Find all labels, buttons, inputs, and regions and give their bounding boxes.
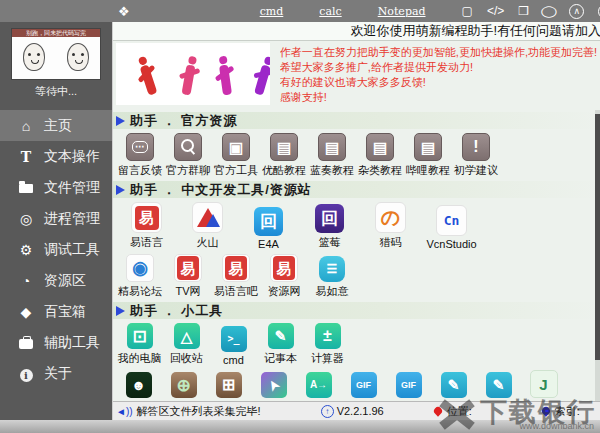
hexagon-icon: ◆: [16, 304, 36, 320]
process-icon: ◎: [16, 211, 36, 227]
tool-label: 官方工具: [214, 163, 258, 178]
update-icon[interactable]: ↑: [321, 405, 334, 418]
notice-line: 感谢支持!: [280, 90, 597, 105]
sidebar: 别跑，回来把代码写完 等待中... ⌂ 主页 T 文本操作 文件管理 ◎ 进程管: [0, 22, 112, 420]
tool-bilibili-tutorial[interactable]: 哔哩教程: [404, 133, 452, 178]
tool-feedback[interactable]: 留言反馈: [116, 133, 164, 178]
pencil-icon: [268, 323, 294, 349]
main-panel: 欢迎你使用萌新编程助手!有任何问题请加入 作者一直在努力把助手变的更加智能,更加…: [112, 22, 600, 420]
jingyi-icon: ◉: [126, 254, 154, 282]
tool-lanzou-tutorial[interactable]: 蓝奏教程: [308, 133, 356, 178]
app-window: ❖ cmd calc Notepad ▢ </> ❒ ◯ ∧ − × 别跑，回来…: [0, 0, 600, 433]
sidebar-item-debug-tools[interactable]: ⚙ 调试工具: [0, 234, 112, 265]
speaker-icon[interactable]: ◄)): [116, 406, 133, 417]
tool-yiyuyan[interactable]: 易 易语言: [116, 202, 177, 250]
tool-e4a[interactable]: 回 E4A: [238, 207, 299, 250]
tool-yiruyi[interactable]: ☰ 易如意: [308, 256, 356, 299]
tool-youku-tutorial[interactable]: 优酷教程: [260, 133, 308, 178]
tool-jingyi-forum[interactable]: ◉ 精易论坛: [116, 254, 164, 299]
tool-label: E4A: [258, 238, 279, 250]
sidebar-item-process-manage[interactable]: ◎ 进程管理: [0, 203, 112, 234]
message-icon[interactable]: ◯: [541, 6, 558, 17]
tool-vcnstudio[interactable]: Cn VcnStudio: [421, 205, 482, 250]
tool-lanmei[interactable]: 回 篮莓: [299, 204, 360, 250]
titlebar-link-notepad[interactable]: Notepad: [378, 5, 426, 18]
devtools-row-2: ◉ 精易论坛 易 TV网 易 易语言吧 易 资源网 ☰ 易如意: [113, 254, 600, 299]
tool-my-computer[interactable]: 我的电脑: [116, 323, 163, 366]
tool-liema[interactable]: の 猎码: [360, 202, 421, 250]
tool-beginner-advice[interactable]: 初学建议: [452, 133, 500, 178]
section-title: 助手 ． 中文开发工具/资源站: [130, 181, 312, 199]
sidebar-item-label: 资源区: [44, 272, 86, 290]
tool-cmd[interactable]: cmd: [210, 326, 257, 366]
cube-icon: [222, 133, 250, 161]
sidebar-item-treasure-box[interactable]: ◆ 百宝箱: [0, 296, 112, 327]
collapse-up-button[interactable]: ∧: [569, 4, 584, 19]
vcnstudio-icon: Cn: [436, 205, 467, 236]
avatar-caption: 别跑，回来把代码写完: [12, 29, 100, 37]
meme-faces-image: [12, 37, 100, 77]
gif-icon: [351, 372, 377, 398]
pen-icon: [441, 372, 467, 398]
sidebar-item-about[interactable]: i 关于: [0, 358, 112, 389]
tool-official-chat[interactable]: 官方群聊: [164, 133, 212, 178]
titlebar-link-calc[interactable]: calc: [319, 5, 341, 18]
briefcase-icon: [16, 335, 36, 351]
smalltools-row-1: 我的电脑 回收站 cmd 记事本 计算器: [113, 323, 600, 366]
clock-icon: ◔: [16, 273, 36, 289]
terminal-icon: [221, 326, 247, 352]
sidebar-item-resource-area[interactable]: ◔ 资源区: [0, 265, 112, 296]
location-label: 位置:: [447, 404, 472, 419]
tool-official-tools[interactable]: 官方工具: [212, 133, 260, 178]
yi-red-icon: 易: [270, 254, 298, 282]
gif-icon: [396, 372, 422, 398]
tool-label: 杂类教程: [358, 163, 402, 178]
tool-notepad[interactable]: 记事本: [257, 323, 304, 366]
bottom-strip: [0, 420, 600, 433]
sidebar-item-label: 辅助工具: [44, 334, 100, 352]
location-pin-icon: [432, 405, 443, 416]
tool-label: 我的电脑: [118, 351, 162, 366]
tool-label: 留言反馈: [118, 163, 162, 178]
monitor-icon: [127, 323, 153, 349]
index-pin-icon: [540, 405, 551, 416]
sidebar-item-file-manage[interactable]: 文件管理: [0, 172, 112, 203]
version-text: V2.2.1.96: [337, 405, 384, 417]
tool-label: 火山: [197, 235, 219, 250]
sidebar-item-label: 进程管理: [44, 210, 100, 228]
sidebar-item-home[interactable]: ⌂ 主页: [0, 110, 112, 141]
notice-line: 有好的建议也请大家多多反馈!: [280, 75, 597, 90]
scrollbar[interactable]: [595, 110, 600, 402]
tool-calculator[interactable]: 计算器: [304, 323, 351, 366]
tool-yuyan-bar[interactable]: 易 易语言吧: [212, 254, 260, 299]
scrollbar-thumb[interactable]: [595, 114, 600, 360]
tool-label: 计算器: [311, 351, 344, 366]
tool-label: 记事本: [264, 351, 297, 366]
tool-label: 易语言: [130, 235, 163, 250]
flag-icon: [116, 185, 125, 195]
code-icon[interactable]: </>: [487, 5, 504, 17]
home-icon: ⌂: [16, 118, 36, 134]
book-icon: [414, 133, 442, 161]
tool-label: VcnStudio: [426, 238, 476, 250]
tool-label: 蓝奏教程: [310, 163, 354, 178]
section-title: 助手 ． 官方资源: [130, 112, 237, 130]
sidebar-item-text-ops[interactable]: T 文本操作: [0, 141, 112, 172]
tool-resource-site[interactable]: 易 资源网: [260, 254, 308, 299]
tool-recycle-bin[interactable]: 回收站: [163, 323, 210, 366]
tool-tv-site[interactable]: 易 TV网: [164, 254, 212, 299]
sidebar-item-aux-tools[interactable]: 辅助工具: [0, 327, 112, 358]
title-bar: ❖ cmd calc Notepad ▢ </> ❒ ◯ ∧ − ×: [0, 0, 600, 22]
sidebar-item-label: 关于: [44, 365, 72, 383]
titlebar-link-cmd[interactable]: cmd: [260, 5, 284, 18]
screenshot-icon[interactable]: ▢: [462, 5, 473, 17]
tool-misc-tutorial[interactable]: 杂类教程: [356, 133, 404, 178]
section-header-smalltools: 助手 ． 小工具: [113, 302, 600, 319]
tool-huoshan[interactable]: 火山: [177, 202, 238, 250]
tool-label: cmd: [223, 354, 244, 366]
new-document-icon[interactable]: ❒: [518, 5, 529, 17]
sidebar-item-label: 调试工具: [44, 241, 100, 259]
status-message: 解答区文件列表采集完毕!: [137, 404, 261, 419]
lanmei-icon: 回: [315, 204, 344, 233]
info-icon: i: [16, 366, 36, 382]
